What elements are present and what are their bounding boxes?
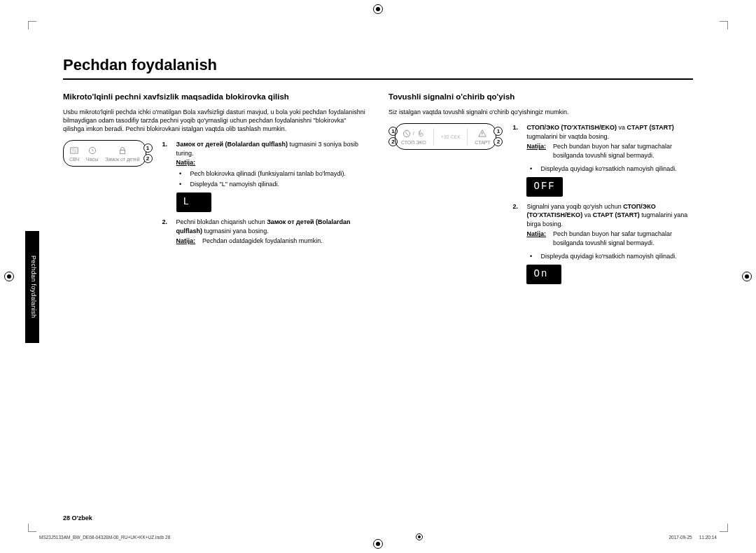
callout-1: 1 bbox=[144, 144, 153, 153]
job-file: MS23J5133AM_BW_DE68-04328M-00_RU+UK+KK+U… bbox=[39, 535, 170, 540]
registration-mark-right bbox=[742, 272, 752, 281]
bullet-text: Displeyda "L" namoyish qilinadi. bbox=[190, 180, 279, 189]
bullet-icon: • bbox=[176, 169, 185, 178]
step-number: 2. bbox=[162, 218, 171, 247]
page-footer: 28 O'zbek bbox=[63, 514, 92, 522]
left-intro: Usbu mikroto'lqinli pechda ichki o'rnati… bbox=[63, 108, 368, 133]
title-rule bbox=[63, 78, 693, 80]
right-intro: Siz istalgan vaqtda tovushli signalni o'… bbox=[388, 108, 693, 116]
zamok-label: Замок от детей bbox=[105, 157, 139, 162]
right-column: Tovushli signalni o'chirib qo'yish Siz i… bbox=[388, 92, 693, 290]
svg-rect-0 bbox=[71, 148, 78, 153]
clock-icon: Часы bbox=[86, 146, 98, 162]
plus30-label: +30 СЕК bbox=[441, 128, 461, 145]
display-indicator: On bbox=[526, 265, 561, 284]
svg-rect-6 bbox=[482, 132, 483, 134]
job-date: 2017-09-25 bbox=[668, 535, 692, 540]
natija-label: Natija: bbox=[176, 159, 196, 166]
page-content: Pechdan foydalanish Mikroto'lqinli pechn… bbox=[35, 28, 721, 525]
separator bbox=[433, 128, 434, 145]
step-number: 1. bbox=[512, 123, 521, 161]
step-text: Замок от детей (Bolalardan qulflash) tug… bbox=[176, 140, 368, 167]
bullet-text: Displeyda quyidagi ko'rsatkich namoyish … bbox=[540, 164, 676, 174]
start-label: СТАРТ bbox=[475, 140, 490, 145]
natija-label: Natija: bbox=[526, 230, 546, 247]
natija-label: Natija: bbox=[526, 142, 546, 160]
job-reg-icon bbox=[416, 533, 423, 540]
step-number: 1. bbox=[162, 140, 171, 167]
separator bbox=[467, 128, 468, 145]
step-text: СТОП/ЭКО (TO'XTATISH/EKO) va CTAPT (STAR… bbox=[526, 123, 693, 161]
left-heading: Mikroto'lqinli pechni xavfsizlik maqsadi… bbox=[63, 92, 368, 101]
start-icon: СТАРТ bbox=[475, 129, 490, 145]
natija-label: Natija: bbox=[176, 237, 196, 246]
left-steps: 1. Замок от детей (Bolalardan qulflash) … bbox=[162, 140, 368, 249]
natija-text: Pechdan odatdagidek foydalanish mumkin. bbox=[202, 237, 323, 246]
display-indicator: OFF bbox=[526, 177, 562, 197]
step-text: Signalni yana yoqib qo'yish uchun СТОП/Э… bbox=[526, 202, 693, 249]
step-number: 2. bbox=[512, 202, 521, 249]
registration-mark-left bbox=[4, 272, 14, 281]
natija-text: Pech bundan buyon har safar tugmachalar … bbox=[553, 142, 693, 160]
stop-eco-icon: / СТОП ЭКО bbox=[401, 129, 426, 145]
bullet-icon: • bbox=[526, 252, 535, 261]
stop-eko-label: СТОП ЭКО bbox=[401, 140, 426, 145]
registration-mark-bottom bbox=[373, 539, 383, 549]
page-title: Pechdan foydalanish bbox=[63, 56, 693, 74]
svg-point-5 bbox=[482, 134, 483, 135]
svg-rect-2 bbox=[120, 150, 125, 153]
bullet-text: Displeyda quyidagi ko'rsatkich namoyish … bbox=[540, 252, 676, 261]
left-column: Mikroto'lqinli pechni xavfsizlik maqsadi… bbox=[63, 92, 368, 290]
control-panel-right: / СТОП ЭКО +30 СЕК СТАРТ bbox=[395, 123, 496, 150]
chasy-label: Часы bbox=[86, 157, 98, 162]
right-steps: 1. СТОП/ЭКО (TO'XTATISH/EKO) va CTAPT (S… bbox=[512, 123, 693, 290]
bullet-icon: • bbox=[526, 164, 535, 174]
bullet-icon: • bbox=[176, 180, 185, 189]
job-time: 11:20:14 bbox=[699, 535, 717, 540]
callout-2: 2 bbox=[493, 137, 503, 146]
display-indicator: L bbox=[176, 192, 211, 212]
callout-1: 1 bbox=[493, 127, 503, 136]
microwave-icon: СВЧ bbox=[69, 146, 79, 162]
job-info-line: MS23J5133AM_BW_DE68-04328M-00_RU+UK+KK+U… bbox=[39, 533, 717, 540]
control-panel-left: СВЧ Часы Замок от детей bbox=[63, 140, 146, 167]
right-heading: Tovushli signalni o'chirib qo'yish bbox=[388, 92, 693, 101]
lock-icon: Замок от детей bbox=[105, 146, 139, 162]
svch-label: СВЧ bbox=[69, 157, 79, 162]
natija-text: Pech bundan buyon har safar tugmachalar … bbox=[553, 230, 693, 247]
registration-mark-top bbox=[373, 4, 383, 14]
callout-2: 2 bbox=[144, 154, 153, 163]
bullet-text: Pech blokirovka qilinadi (funksiyalarni … bbox=[190, 169, 346, 178]
step-text: Pechni blokdan chiqarish uchun Замок от … bbox=[176, 218, 368, 247]
